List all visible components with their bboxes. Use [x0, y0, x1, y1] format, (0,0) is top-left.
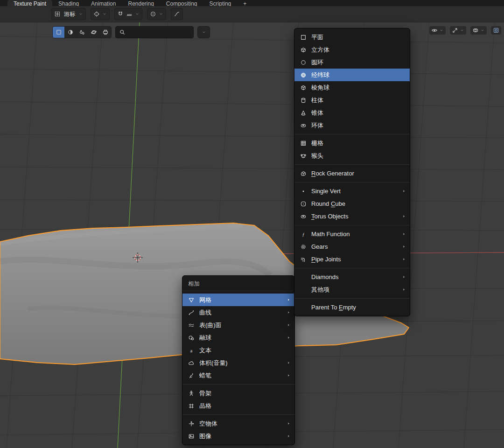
menu-item-metaball[interactable]: 融球: [182, 331, 294, 344]
text-icon: a: [188, 347, 195, 354]
mesh-icon: [188, 296, 195, 304]
add-menu: 相加 网格曲线表(曲)面融球a文本体积(音量)蜡笔骨架晶格空物体图像: [182, 275, 295, 445]
menu-item-label: 猴头: [311, 152, 397, 160]
tab-add-workspace[interactable]: +: [237, 0, 252, 6]
viewport-header-left: [52, 26, 210, 38]
mode-solid-button[interactable]: [53, 27, 64, 38]
uv-sphere-icon: [300, 71, 307, 79]
menu-item-armature[interactable]: 骨架: [182, 387, 294, 399]
menu-item-label: Math Function: [311, 231, 397, 238]
tab-animation[interactable]: Animation: [85, 0, 122, 6]
falloff-button[interactable]: [171, 8, 183, 20]
menu-item-label: 平面: [311, 33, 397, 42]
menu-item-gears[interactable]: Gears: [294, 240, 410, 253]
menu-item-text[interactable]: a文本: [182, 344, 294, 357]
menu-item-volume[interactable]: 体积(音量): [182, 357, 294, 369]
submenu-arrow-icon: [401, 214, 406, 218]
icon-placeholder: [300, 273, 307, 281]
tool-dropdown[interactable]: 游标: [51, 8, 86, 20]
menu-item-cylinder[interactable]: 柱体: [294, 94, 410, 106]
menu-item-cube[interactable]: 立方体: [294, 43, 410, 56]
menu-separator: [294, 164, 410, 165]
tab-compositing[interactable]: Compositing: [160, 0, 203, 6]
menu-item-monkey[interactable]: 猴头: [294, 149, 410, 162]
tab-rendering[interactable]: Rendering: [122, 0, 160, 6]
snap-target-dropdown[interactable]: [126, 11, 133, 17]
menu-item-torus-objects[interactable]: Torus Objects: [294, 210, 410, 223]
submenu-arrow-icon: [286, 298, 291, 302]
proportional-editing-icon: [150, 11, 156, 17]
snap-toggle[interactable]: [117, 11, 124, 17]
menu-item-pipe-joints[interactable]: Pipe Joints: [294, 253, 410, 266]
monkey-icon: [300, 152, 307, 160]
mode-output-button[interactable]: [99, 27, 111, 38]
torus-obj-icon: [300, 213, 307, 220]
submenu-arrow-icon: [401, 245, 406, 249]
overlays-dropdown[interactable]: [470, 26, 487, 35]
menu-item-circle[interactable]: 圆环: [294, 56, 410, 69]
menu-item-label: 网格: [199, 296, 282, 304]
menu-item-label: Pipe Joints: [311, 256, 397, 263]
menu-item-single-vert[interactable]: Single Vert: [294, 185, 410, 197]
menu-item-plane[interactable]: 平面: [294, 31, 410, 43]
orientation-dropdown[interactable]: [91, 8, 110, 20]
metaball-icon: [188, 334, 195, 342]
menu-item-label: 立方体: [311, 46, 397, 54]
menu-item-rock-generator[interactable]: Rock Generator: [294, 167, 410, 180]
menu-separator: [182, 291, 294, 291]
menu-item-math-function[interactable]: ƒMath Function: [294, 228, 410, 240]
submenu-arrow-icon: [401, 189, 406, 193]
menu-item-ico-sphere[interactable]: 棱角球: [294, 81, 410, 94]
vert-icon: [300, 188, 307, 195]
menu-item-grease-pencil[interactable]: 蜡笔: [182, 369, 294, 382]
gizmo-dropdown[interactable]: [450, 26, 466, 35]
ico-sphere-icon: [300, 84, 307, 91]
menu-item-curve[interactable]: 曲线: [182, 306, 294, 319]
menu-item-label: 圆环: [311, 58, 397, 67]
round-cube-icon: [300, 200, 307, 208]
surface-icon: [188, 322, 195, 329]
search-input[interactable]: [128, 28, 190, 36]
search-icon: [119, 29, 126, 35]
menu-item-parent-to-empty[interactable]: Parent To Empty: [294, 301, 410, 314]
droplets-icon: [79, 29, 85, 35]
menu-item-label: 曲线: [199, 308, 282, 317]
empty-icon: [188, 420, 195, 427]
menu-item-label: 栅格: [311, 139, 397, 147]
visibility-dropdown[interactable]: [429, 26, 446, 35]
menu-item-empty[interactable]: 空物体: [182, 417, 294, 430]
menu-item-mesh[interactable]: 网格: [182, 294, 294, 306]
tab-texture-paint[interactable]: Texture Paint: [7, 0, 52, 6]
proportional-dropdown[interactable]: [147, 8, 166, 20]
menu-item-torus[interactable]: 环体: [294, 119, 410, 132]
menu-item-grid[interactable]: 栅格: [294, 137, 410, 149]
menu-item-diamonds[interactable]: Diamonds: [294, 271, 410, 283]
snap-group: [114, 8, 142, 20]
menu-item-uv-sphere[interactable]: 经纬球: [294, 69, 410, 81]
image-icon: [188, 433, 195, 440]
tab-scripting[interactable]: Scripting: [203, 0, 238, 6]
menu-item-cone[interactable]: 锥体: [294, 106, 410, 119]
magnet-icon: [117, 11, 124, 17]
mode-paint-button[interactable]: [76, 27, 88, 38]
tab-shading[interactable]: Shading: [52, 0, 85, 6]
menu-separator: [294, 225, 410, 225]
menu-item-label: 骨架: [199, 389, 282, 398]
menu-item-label: 图像: [199, 432, 282, 441]
mode-button-group: [52, 26, 112, 38]
filter-dropdown[interactable]: [197, 26, 210, 38]
cylinder-icon: [300, 97, 307, 104]
mode-material-button[interactable]: [64, 27, 76, 38]
menu-item-label: 表(曲)面: [199, 321, 282, 329]
mode-texture-button[interactable]: [88, 27, 99, 38]
menu-item-surface[interactable]: 表(曲)面: [182, 319, 294, 331]
submenu-arrow-icon: [286, 323, 291, 327]
menu-item-label: Diamonds: [311, 273, 397, 280]
menu-item-extras[interactable]: 其他项: [294, 283, 410, 296]
menu-item-label: 环体: [311, 121, 397, 130]
menu-item-image[interactable]: 图像: [182, 430, 294, 442]
menu-item-round-cube[interactable]: Round Cube: [294, 197, 410, 210]
gears-icon: [300, 243, 307, 251]
menu-item-lattice[interactable]: 晶格: [182, 399, 294, 412]
shading-maximize[interactable]: [491, 26, 501, 35]
